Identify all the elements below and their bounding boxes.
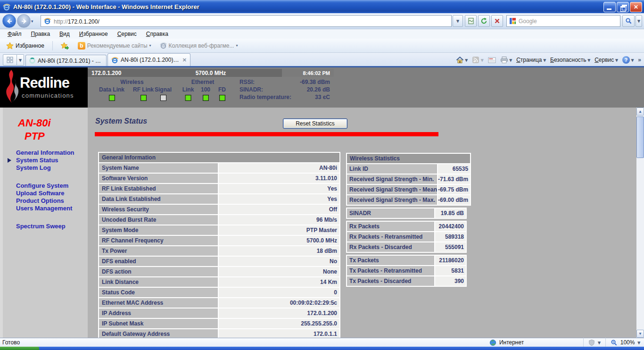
- page-menu-button[interactable]: Страница ▾: [516, 57, 546, 63]
- ie-slice-icon: [160, 42, 167, 49]
- table-row: Received Signal Strength - Mean-69.75 dB…: [347, 185, 470, 194]
- start-button-edge[interactable]: [0, 347, 39, 350]
- device-info-strip: 172.0.1.200 5700.0 MHz 8:46:02 PM: [88, 69, 334, 77]
- favorites-button[interactable]: Избранное: [4, 41, 47, 51]
- web-slices-button[interactable]: Коллекция веб-фрагме... ▾: [157, 41, 240, 50]
- sidebar-item-system-status[interactable]: System Status: [3, 157, 91, 164]
- sidebar-item-configure-system[interactable]: Configure System: [3, 182, 91, 190]
- scroll-up-button[interactable]: ▲: [636, 108, 644, 116]
- table-row: Rx Packets20442400: [347, 222, 466, 231]
- search-input[interactable]: [519, 18, 618, 25]
- home-button[interactable]: ▾: [456, 56, 468, 64]
- read-mail-button[interactable]: [488, 57, 496, 63]
- divider: [605, 338, 606, 347]
- sidebar-item-system-log[interactable]: System Log: [3, 164, 91, 172]
- table-row: Tx Packets21186020: [347, 256, 466, 265]
- chevron-down-icon[interactable]: ▾: [637, 340, 640, 346]
- tab-an80i-201[interactable]: AN-80i (172.0.1.201) - Web ...: [25, 55, 107, 66]
- mail-icon: [488, 57, 496, 63]
- rssi-label: RSSI:: [239, 79, 255, 85]
- home-icon: [456, 56, 464, 64]
- sidebar-item-product-options[interactable]: Product Options: [3, 197, 91, 205]
- table-row: System NameAN-80i: [99, 163, 339, 173]
- zoom-level[interactable]: 100%: [620, 339, 635, 346]
- sidebar-item-spectrum-sweep[interactable]: Spectrum Sweep: [3, 223, 91, 230]
- logo-brand-text: Redline: [20, 75, 69, 92]
- compatibility-view-button[interactable]: [465, 15, 477, 27]
- add-to-favorites-button[interactable]: [58, 41, 72, 51]
- scroll-down-button[interactable]: ▼: [636, 330, 644, 338]
- search-options-dropdown[interactable]: ▾: [636, 15, 642, 27]
- help-icon: ?: [622, 56, 630, 64]
- current-page-arrow-icon: [8, 158, 11, 163]
- general-information-table: General Information System NameAN-80i So…: [98, 152, 340, 338]
- tab-close-icon[interactable]: ✕: [182, 57, 187, 63]
- table-row: Software Version3.11.010: [99, 174, 339, 183]
- forward-button[interactable]: [17, 14, 31, 28]
- tab-an80i-200-active[interactable]: AN-80i (172.0.1.200) - W... ✕: [107, 53, 190, 66]
- chevron-down-icon[interactable]: ▾: [598, 340, 601, 346]
- tab-list-dropdown[interactable]: ▾: [17, 54, 24, 66]
- bing-icon: b: [78, 42, 85, 50]
- address-bar-input[interactable]: http://172.0.1.200/: [41, 15, 452, 27]
- table-row: SINADR19.85 dB: [347, 208, 466, 218]
- status-bar: Готово Интернет ▾ 100% ▾: [0, 338, 644, 347]
- reset-statistics-button[interactable]: Reset Statistics: [283, 118, 347, 129]
- sidebar-item-users-management[interactable]: Users Management: [3, 205, 91, 212]
- tools-menu-button[interactable]: Сервис ▾: [594, 57, 618, 63]
- sidebar-item-general-information[interactable]: General Information: [3, 149, 91, 157]
- refresh-button[interactable]: [478, 15, 490, 27]
- address-dropdown-button[interactable]: ▾: [453, 15, 463, 27]
- table-row: Tx Packets - Discarded390: [347, 276, 466, 286]
- menu-file[interactable]: Файл: [3, 30, 26, 38]
- star-icon: [6, 42, 14, 50]
- safety-menu-button[interactable]: Безопасность ▾: [550, 57, 590, 63]
- menu-tools[interactable]: Сервис: [113, 30, 141, 38]
- table-row: Rx Packets - Retransmitted589318: [347, 232, 466, 242]
- table-header: General Information: [99, 153, 339, 162]
- sidebar-item-upload-software[interactable]: Upload Software: [3, 190, 91, 197]
- ethernet-group-label: Ethernet: [191, 79, 215, 85]
- close-button[interactable]: ✕: [630, 2, 642, 12]
- back-arrow-icon: [6, 17, 13, 25]
- compatibility-page-icon: [468, 17, 474, 25]
- scrollbar-thumb[interactable]: [636, 117, 644, 158]
- menu-bar: Файл Правка Вид Избранное Сервис Справка: [0, 29, 644, 39]
- back-button[interactable]: [2, 14, 16, 28]
- windows-taskbar-edge[interactable]: [0, 347, 644, 350]
- menu-view[interactable]: Вид: [55, 30, 74, 38]
- table-row: Tx Power18 dBm: [99, 246, 339, 256]
- add-favorite-icon: [61, 42, 69, 50]
- table-row: IP Subnet Mask255.255.255.0: [99, 319, 339, 328]
- search-go-button[interactable]: [622, 15, 635, 27]
- feeds-button[interactable]: ▾: [472, 56, 484, 64]
- red-divider-bar: [95, 132, 438, 136]
- table-row: System ModePTP Master: [99, 225, 339, 235]
- sidebar: AN-80i PTP General Information System St…: [0, 108, 88, 338]
- table-row: Wireless SecurityOff: [99, 205, 339, 214]
- print-button[interactable]: ▾: [500, 56, 512, 64]
- menu-help[interactable]: Справка: [141, 30, 173, 38]
- stop-button[interactable]: [491, 15, 503, 27]
- divider: [583, 338, 584, 347]
- recent-pages-dropdown[interactable]: ▾: [31, 19, 33, 24]
- table-row: Tx Packets - Retransmitted5831: [347, 266, 466, 275]
- led-eth-100: 100: [201, 86, 210, 101]
- menu-favorites[interactable]: Избранное: [74, 30, 113, 38]
- address-url: http://172.0.1.200/: [54, 17, 99, 25]
- table-row: Ethernet MAC Address00:09:02:02:29:5c: [99, 298, 339, 308]
- vertical-scrollbar[interactable]: ▲ ▼: [636, 108, 644, 338]
- magnifier-icon: [625, 17, 632, 25]
- command-bar: ▾ ▾ ▾ Стра: [456, 53, 643, 67]
- ie-logo-icon: [3, 3, 10, 11]
- led-data-link: Data Link: [99, 86, 124, 101]
- minimize-button[interactable]: [603, 2, 616, 12]
- help-button[interactable]: ? ▾: [622, 56, 634, 64]
- menu-edit[interactable]: Правка: [26, 30, 55, 38]
- restore-button[interactable]: [617, 2, 629, 12]
- toolbar-overflow-button[interactable]: »: [638, 57, 641, 63]
- quick-tabs-button[interactable]: [3, 54, 17, 66]
- table-row: Status Code0: [99, 288, 339, 297]
- suggested-sites-button[interactable]: b Рекомендуемые сайты ▾: [75, 41, 154, 51]
- table-row: Uncoded Burst Rate96 Mb/s: [99, 215, 339, 225]
